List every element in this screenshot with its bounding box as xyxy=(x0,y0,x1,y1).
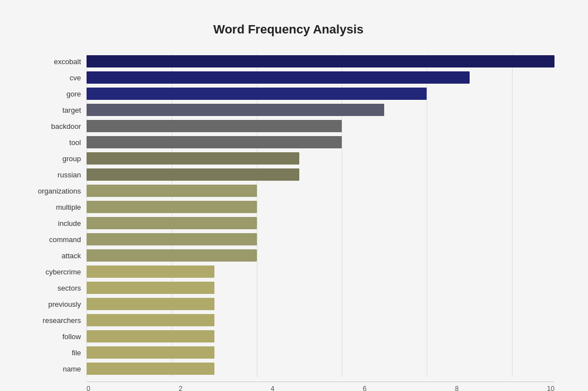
x-tick: 4 xyxy=(271,385,275,391)
bar xyxy=(87,249,257,262)
bar xyxy=(87,120,342,132)
bar-label: previously xyxy=(22,300,87,308)
bar xyxy=(87,201,257,213)
bar xyxy=(87,330,214,342)
bar-label: name xyxy=(22,365,87,373)
table-row: sectors xyxy=(22,280,554,296)
bar xyxy=(87,185,257,197)
bar-rows: excobaltcvegoretargetbackdoortoolgroupru… xyxy=(22,54,554,377)
bar xyxy=(87,282,214,294)
table-row: file xyxy=(22,345,554,360)
bar-label: tool xyxy=(22,138,87,147)
table-row: cve xyxy=(22,70,554,85)
bar-label: cve xyxy=(22,74,87,82)
bar xyxy=(87,346,214,359)
bar-label: include xyxy=(22,219,87,228)
x-ticks: 0246810 xyxy=(87,382,554,391)
bar-label: sectors xyxy=(22,284,87,292)
bar xyxy=(87,298,214,310)
table-row: backdoor xyxy=(22,118,554,134)
bar-label: attack xyxy=(22,252,87,260)
bar xyxy=(87,136,342,148)
table-row: tool xyxy=(22,134,554,150)
bar-label: multiple xyxy=(22,203,87,211)
x-tick: 10 xyxy=(547,385,554,391)
bar xyxy=(87,217,257,229)
x-tick: 8 xyxy=(455,385,459,391)
table-row: gore xyxy=(22,86,554,102)
table-row: name xyxy=(22,361,554,376)
table-row: command xyxy=(22,231,554,247)
x-tick: 2 xyxy=(179,385,183,391)
bar-label: cybercrime xyxy=(22,268,87,276)
bar xyxy=(87,363,214,375)
bar-label: command xyxy=(22,235,87,244)
bar xyxy=(87,266,214,278)
bar xyxy=(87,88,427,100)
table-row: include xyxy=(22,215,554,231)
chart-title: Word Frequency Analysis xyxy=(22,22,554,37)
table-row: previously xyxy=(22,296,554,312)
table-row: russian xyxy=(22,167,554,182)
bar-label: organizations xyxy=(22,187,87,195)
chart-container: Word Frequency Analysis excobaltcvegoret… xyxy=(11,11,577,391)
bar-label: backdoor xyxy=(22,122,87,131)
table-row: cybercrime xyxy=(22,264,554,279)
bar-label: gore xyxy=(22,90,87,98)
bar xyxy=(87,168,299,181)
table-row: target xyxy=(22,102,554,118)
bar-label: researchers xyxy=(22,316,87,325)
x-axis: 0246810 Frequency xyxy=(87,382,554,391)
bar-label: target xyxy=(22,106,87,114)
bar xyxy=(87,104,384,116)
bar xyxy=(87,55,554,67)
bar-label: follow xyxy=(22,332,87,341)
table-row: attack xyxy=(22,248,554,263)
bar xyxy=(87,152,299,165)
bar xyxy=(87,233,257,245)
bar-label: file xyxy=(22,349,87,357)
table-row: researchers xyxy=(22,312,554,328)
bar-label: excobalt xyxy=(22,57,87,66)
bar-label: group xyxy=(22,155,87,163)
bar-label: russian xyxy=(22,171,87,179)
bars-section: excobaltcvegoretargetbackdoortoolgroupru… xyxy=(22,54,554,391)
bar xyxy=(87,71,470,84)
bar xyxy=(87,314,214,326)
table-row: organizations xyxy=(22,183,554,199)
table-row: excobalt xyxy=(22,54,554,69)
x-tick: 0 xyxy=(87,385,90,391)
table-row: multiple xyxy=(22,199,554,215)
x-tick: 6 xyxy=(363,385,367,391)
table-row: group xyxy=(22,151,554,166)
table-row: follow xyxy=(22,329,554,344)
